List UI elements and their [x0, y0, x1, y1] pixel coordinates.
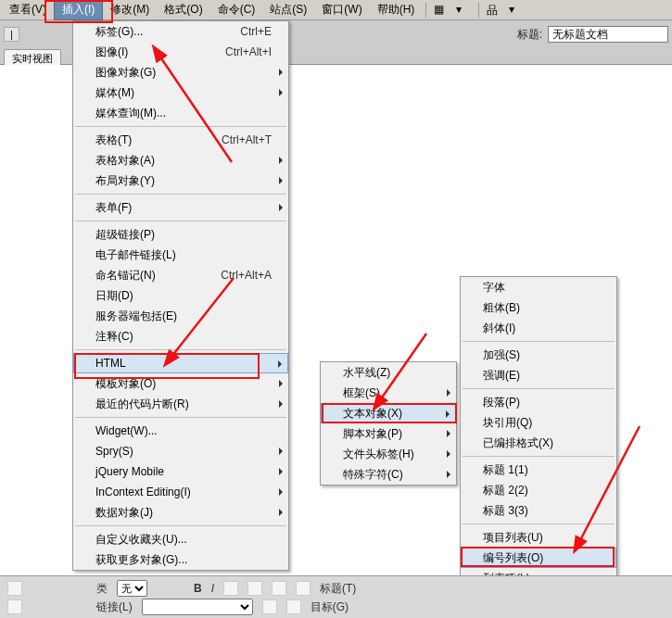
- menu-window[interactable]: 窗口(W): [314, 0, 369, 19]
- html-menu-item[interactable]: 脚本对象(P): [321, 423, 456, 444]
- submenu-arrow-icon: [279, 177, 283, 184]
- menu-item-label: 标题 2(2): [483, 483, 528, 498]
- insert-menu-item[interactable]: 获取更多对象(G)...: [73, 549, 288, 570]
- menu-separator: [75, 221, 286, 221]
- insert-dropdown: 标签(G)...Ctrl+E图像(I)Ctrl+Alt+I图像对象(G)媒体(M…: [72, 20, 289, 571]
- dropdown-icon[interactable]: ▾: [456, 3, 471, 18]
- menu-site[interactable]: 站点(S): [262, 0, 314, 19]
- insert-menu-item[interactable]: 图像对象(G): [73, 62, 288, 82]
- insert-menu-item[interactable]: 媒体查询(M)...: [73, 103, 288, 123]
- text-menu-item[interactable]: 标题 3(3): [461, 500, 616, 521]
- menu-format[interactable]: 格式(O): [157, 0, 209, 19]
- insert-menu-item[interactable]: 布局对象(Y): [73, 170, 288, 191]
- insert-menu-item[interactable]: HTML: [73, 353, 288, 373]
- insert-menu-item[interactable]: 自定义收藏夹(U)...: [73, 529, 288, 549]
- html-menu-item[interactable]: 水平线(Z): [321, 362, 456, 383]
- insert-menu-item[interactable]: 最近的代码片断(R): [73, 394, 288, 414]
- insert-menu-item[interactable]: 数据对象(J): [73, 502, 288, 523]
- insert-menu-item[interactable]: Spry(S): [73, 441, 288, 461]
- insert-menu-item[interactable]: 表格(T)Ctrl+Alt+T: [73, 130, 288, 150]
- dropdown-icon[interactable]: ▾: [509, 3, 524, 18]
- insert-menu-item[interactable]: 日期(D): [73, 285, 288, 306]
- insert-menu-item[interactable]: 标签(G)...Ctrl+E: [73, 21, 288, 42]
- menu-item-label: 自定义收藏夹(U)...: [95, 532, 187, 548]
- menu-item-label: 标题 1(1): [483, 462, 528, 478]
- menu-item-label: 数据对象(J): [95, 505, 153, 521]
- menu-item-label: 字体: [483, 280, 505, 296]
- menu-item-label: 表格对象(A): [95, 153, 155, 169]
- text-menu-item[interactable]: 段落(P): [461, 392, 616, 412]
- menu-shortcut: Ctrl+Alt+I: [197, 45, 272, 58]
- text-menu-item[interactable]: 项目列表(U): [461, 527, 616, 548]
- text-menu-item[interactable]: 块引用(Q): [461, 412, 616, 433]
- insert-menu-item[interactable]: 模板对象(O): [73, 373, 288, 394]
- submenu-arrow-icon: [447, 389, 450, 397]
- text-menu-item[interactable]: 标题 1(1): [461, 460, 616, 480]
- insert-menu-item[interactable]: 媒体(M): [73, 82, 288, 103]
- code-split-btn[interactable]: |: [4, 27, 19, 42]
- menu-item-label: 电子邮件链接(L): [95, 247, 176, 263]
- menu-shortcut: Ctrl+E: [212, 25, 272, 38]
- list-ol-icon[interactable]: [247, 581, 262, 596]
- insert-menu-item[interactable]: 超级链接(P): [73, 224, 288, 245]
- menu-separator: [75, 126, 286, 127]
- class-select[interactable]: 无: [117, 580, 147, 597]
- link-icon[interactable]: [262, 599, 277, 614]
- submenu-arrow-icon: [279, 400, 283, 408]
- bold-button[interactable]: B: [194, 582, 202, 595]
- insert-menu-item[interactable]: 服务器端包括(E): [73, 306, 288, 326]
- menu-separator: [463, 388, 615, 389]
- menu-help[interactable]: 帮助(H): [370, 0, 423, 19]
- insert-menu-item[interactable]: 图像(I)Ctrl+Alt+I: [73, 42, 288, 62]
- insert-menu-item[interactable]: 电子邮件链接(L): [73, 245, 288, 265]
- menu-separator: [75, 194, 286, 195]
- toolbar-icon-2[interactable]: 品: [487, 3, 501, 18]
- list-ul-icon[interactable]: [223, 581, 238, 596]
- target-label: 目标(G): [311, 599, 349, 615]
- text-menu-item[interactable]: 粗体(B): [461, 297, 616, 318]
- html-menu-item[interactable]: 文件头标签(H): [321, 444, 456, 464]
- menu-item-label: 项目列表(U): [483, 530, 543, 546]
- submenu-arrow-icon: [279, 69, 283, 76]
- italic-button[interactable]: I: [211, 582, 214, 595]
- toolbar-icon-1[interactable]: ▦: [434, 3, 449, 18]
- css-icon[interactable]: [7, 599, 22, 614]
- html-menu-item[interactable]: 文本对象(X): [321, 403, 456, 423]
- menu-item-label: 强调(E): [483, 368, 520, 384]
- text-menu-item[interactable]: 已编排格式(X): [461, 433, 616, 453]
- insert-menu-item[interactable]: 命名锚记(N)Ctrl+Alt+A: [73, 265, 288, 285]
- insert-menu-item[interactable]: 注释(C): [73, 326, 288, 347]
- submenu-arrow-icon: [279, 488, 283, 496]
- text-menu-item[interactable]: 强调(E): [461, 365, 616, 385]
- submenu-arrow-icon: [446, 410, 450, 418]
- text-menu-item[interactable]: 字体: [461, 277, 616, 297]
- menu-item-label: 模板对象(O): [95, 376, 156, 392]
- html-menu-item[interactable]: 框架(S): [321, 383, 456, 403]
- outdent-icon[interactable]: [272, 581, 286, 596]
- menu-separator: [463, 456, 615, 457]
- menu-item-label: 斜体(I): [483, 321, 515, 336]
- folder-icon[interactable]: [286, 599, 301, 614]
- menu-command[interactable]: 命令(C): [210, 0, 263, 19]
- insert-menu-item[interactable]: 表格对象(A): [73, 150, 288, 170]
- indent-icon[interactable]: [296, 581, 311, 596]
- menu-item-label: 文本对象(X): [343, 406, 402, 422]
- text-menu-item[interactable]: 标题 2(2): [461, 480, 616, 500]
- menubar-separator: [425, 3, 426, 18]
- title-input[interactable]: [548, 26, 668, 43]
- menu-item-label: 布局对象(Y): [95, 173, 155, 189]
- text-menu-item[interactable]: 加强(S): [461, 345, 616, 365]
- insert-menu-item[interactable]: jQuery Mobile: [73, 461, 288, 482]
- menu-insert[interactable]: 插入(I): [54, 0, 103, 20]
- menu-view[interactable]: 查看(V): [2, 0, 54, 19]
- link-select[interactable]: [142, 599, 253, 615]
- insert-menu-item[interactable]: Widget(W)...: [73, 421, 288, 441]
- submenu-arrow-icon: [279, 204, 283, 211]
- insert-menu-item[interactable]: 表单(F): [73, 197, 288, 218]
- menu-modify[interactable]: 修改(M): [103, 0, 157, 19]
- insert-menu-item[interactable]: InContext Editing(I): [73, 482, 288, 502]
- html-menu-item[interactable]: 特殊字符(C): [321, 464, 456, 485]
- text-menu-item[interactable]: 编号列表(O): [461, 548, 616, 568]
- prop-icon[interactable]: [7, 581, 22, 596]
- text-menu-item[interactable]: 斜体(I): [461, 318, 616, 338]
